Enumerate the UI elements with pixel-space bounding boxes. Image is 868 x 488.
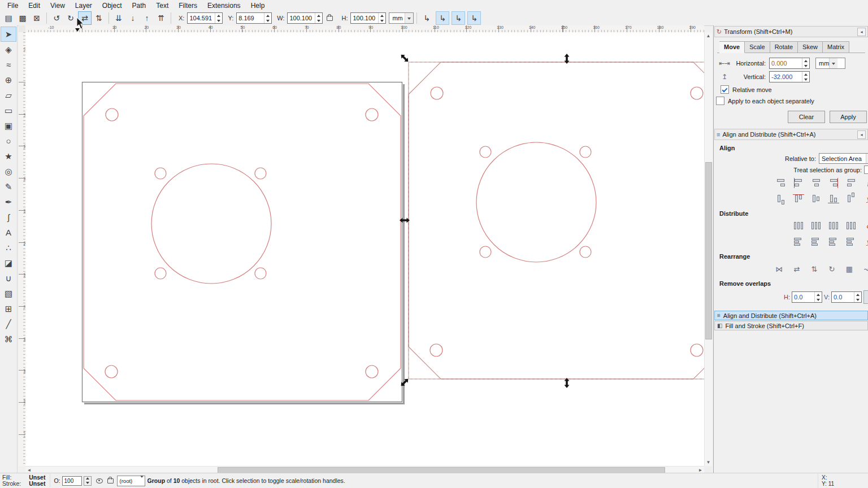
- tool-button[interactable]: ✒: [1, 194, 16, 210]
- transform-tab[interactable]: Scale: [745, 41, 770, 53]
- transform-tab[interactable]: Rotate: [770, 41, 798, 53]
- layer-select[interactable]: (root): [117, 476, 145, 486]
- transform-tab[interactable]: Move: [719, 41, 745, 53]
- collapse-panel-icon[interactable]: ◂: [857, 28, 866, 36]
- align-button[interactable]: [844, 192, 858, 206]
- overlap-h-spinner[interactable]: [814, 292, 822, 302]
- vertical-spinner[interactable]: [802, 72, 809, 82]
- align-button[interactable]: [791, 176, 806, 190]
- tool-button[interactable]: ○: [1, 133, 16, 149]
- align-button[interactable]: [844, 176, 858, 190]
- tool-button[interactable]: ▧: [1, 286, 16, 301]
- menu-item[interactable]: Extensions: [202, 1, 246, 10]
- clear-button[interactable]: Clear: [788, 111, 825, 123]
- tool-button[interactable]: ∫: [1, 210, 16, 225]
- tool-button[interactable]: ★: [1, 149, 16, 164]
- tool-button[interactable]: ∪: [1, 271, 16, 286]
- tool-button[interactable]: ◈: [1, 42, 16, 57]
- distribute-button[interactable]: a: [861, 219, 868, 233]
- menu-item[interactable]: File: [2, 1, 23, 10]
- w-spinner[interactable]: [315, 13, 322, 23]
- affect-toggle[interactable]: ↳: [467, 11, 481, 25]
- affect-toggle[interactable]: ↳: [436, 11, 449, 25]
- toolbar-button[interactable]: ↓: [126, 11, 140, 25]
- toolbar-button[interactable]: ⇈: [154, 11, 168, 25]
- docked-panel-bar[interactable]: ≡ Align and Distribute (Shift+Ctrl+A): [714, 311, 868, 320]
- opacity-spinner[interactable]: [84, 476, 92, 486]
- docked-panel-bar[interactable]: ◧ Fill and Stroke (Shift+Ctrl+F): [714, 321, 868, 330]
- vertical-scroll-thumb[interactable]: [705, 162, 712, 339]
- selection-scale-handles[interactable]: [399, 53, 569, 388]
- vertical-scrollbar[interactable]: ▲ ▼: [704, 32, 712, 466]
- tool-button[interactable]: ∴: [1, 240, 16, 255]
- h-spinner[interactable]: [378, 13, 385, 23]
- rearrange-button[interactable]: ⇅: [807, 262, 822, 276]
- menu-item[interactable]: Edit: [23, 1, 45, 10]
- unit-select[interactable]: mm: [389, 12, 414, 24]
- rearrange-button[interactable]: ⋈: [772, 262, 787, 276]
- scroll-up-icon[interactable]: ▲: [705, 32, 712, 40]
- distribute-button[interactable]: [826, 219, 841, 233]
- transform-unit-select[interactable]: mm: [815, 58, 845, 69]
- tool-button[interactable]: ▣: [1, 118, 16, 133]
- rearrange-button[interactable]: ↻: [824, 262, 839, 276]
- toolbar-button[interactable]: ▩: [16, 11, 29, 25]
- tool-button[interactable]: ◪: [1, 255, 16, 271]
- tool-button[interactable]: ╱: [1, 316, 16, 332]
- distribute-button[interactable]: y: [861, 235, 868, 249]
- apply-button[interactable]: Apply: [830, 111, 867, 123]
- align-button[interactable]: [809, 192, 823, 206]
- y-field[interactable]: 8.169: [236, 12, 272, 24]
- distribute-button[interactable]: [791, 219, 806, 233]
- align-button[interactable]: y: [861, 192, 868, 206]
- menu-item[interactable]: Text: [151, 1, 173, 10]
- menu-item[interactable]: Path: [127, 1, 151, 10]
- toolbar-button[interactable]: ↺: [50, 11, 63, 25]
- scroll-down-icon[interactable]: ▼: [705, 459, 712, 466]
- toolbar-button[interactable]: ⊠: [30, 11, 44, 25]
- distribute-button[interactable]: [809, 219, 823, 233]
- align-button[interactable]: [826, 192, 841, 206]
- tool-button[interactable]: ▱: [1, 88, 16, 103]
- overlap-v-field[interactable]: 0.0: [831, 291, 862, 303]
- menu-item[interactable]: Object: [97, 1, 127, 10]
- menu-item[interactable]: View: [45, 1, 70, 10]
- fill-stroke-indicator[interactable]: Fill: Unset Stroke: Unset: [0, 474, 50, 487]
- treat-as-group-checkbox[interactable]: [864, 165, 868, 174]
- horizontal-field[interactable]: 0.000: [769, 58, 810, 69]
- align-panel-header[interactable]: ≡ Align and Distribute (Shift+Ctrl+A) ◂: [714, 129, 868, 140]
- opacity-field[interactable]: 100: [62, 476, 82, 486]
- tool-button[interactable]: ➤: [1, 27, 16, 42]
- distribute-button[interactable]: [826, 235, 841, 249]
- toolbar-button[interactable]: ⇄: [78, 11, 92, 25]
- align-button[interactable]: ƒ: [861, 176, 868, 190]
- transform-tab[interactable]: Skew: [798, 41, 823, 53]
- distribute-button[interactable]: [844, 219, 858, 233]
- transform-tab[interactable]: Matrix: [823, 41, 849, 53]
- distribute-button[interactable]: [844, 235, 858, 249]
- rearrange-button[interactable]: ⇄: [789, 262, 804, 276]
- align-button[interactable]: [774, 176, 788, 190]
- align-button[interactable]: [809, 176, 823, 190]
- y-spinner[interactable]: [264, 13, 271, 23]
- relative-to-select[interactable]: Selection Area: [819, 153, 868, 164]
- x-spinner[interactable]: [215, 13, 222, 23]
- toolbar-button[interactable]: ↻: [64, 11, 77, 25]
- overlap-h-field[interactable]: 0.0: [792, 291, 822, 303]
- h-field[interactable]: 100.100: [350, 12, 386, 24]
- remove-overlaps-button[interactable]: [863, 290, 868, 304]
- w-field[interactable]: 100.100: [287, 12, 323, 24]
- tool-button[interactable]: ✎: [1, 179, 16, 194]
- menu-item[interactable]: Filters: [173, 1, 202, 10]
- menu-item[interactable]: Help: [246, 1, 270, 10]
- toolbar-button[interactable]: ⇊: [112, 11, 125, 25]
- tool-button[interactable]: ⊕: [1, 72, 16, 88]
- vertical-field[interactable]: -32.000: [769, 71, 810, 82]
- distribute-button[interactable]: [791, 235, 806, 249]
- layer-visibility-icon[interactable]: [96, 478, 103, 483]
- x-field[interactable]: 104.591: [187, 12, 223, 24]
- collapse-panel-icon[interactable]: ◂: [857, 130, 866, 139]
- horizontal-spinner[interactable]: [802, 58, 809, 68]
- relative-move-checkbox[interactable]: [721, 85, 729, 94]
- tool-button[interactable]: ◎: [1, 164, 16, 179]
